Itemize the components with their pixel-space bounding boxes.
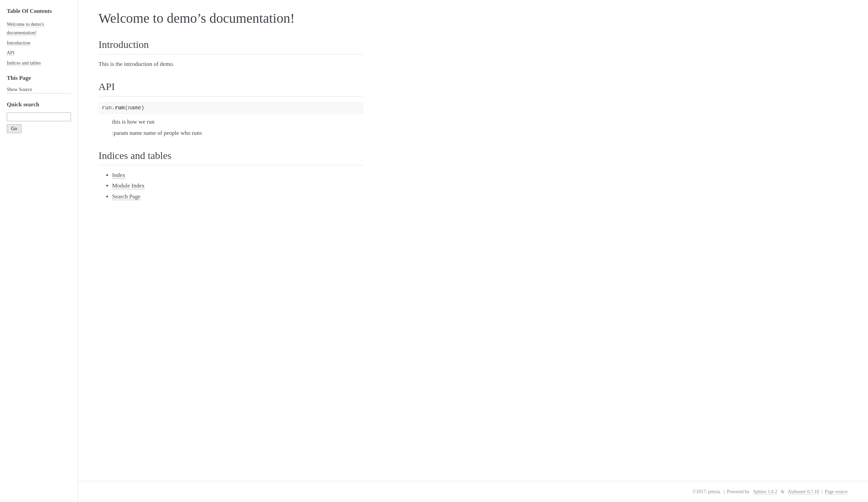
indices-item-search: Search Page (112, 192, 363, 201)
api-param-name: name (128, 105, 141, 111)
toc-item-indices: Indices and tables (7, 59, 71, 67)
indices-link-search[interactable]: Search Page (112, 193, 141, 200)
toc-item-introduction: Introduction (7, 38, 71, 47)
quick-search-title: Quick search (7, 100, 71, 109)
introduction-text: This is the introduction of demo. (99, 60, 363, 69)
this-page-title: This Page (7, 74, 71, 83)
api-signature: run.run(name) (99, 102, 363, 114)
toc-item-welcome: Welcome to demo's documentation! (7, 20, 71, 37)
toc-link-api[interactable]: API (7, 50, 14, 56)
indices-item-index: Index (112, 171, 363, 180)
api-param-text: :param name name of people who runs (99, 129, 363, 137)
indices-link-index[interactable]: Index (112, 172, 125, 179)
indices-section: Indices and tables Index Module Index Se… (99, 148, 363, 201)
main-content: Welcome to demo’s documentation! Introdu… (78, 0, 384, 481)
footer-and: & (781, 489, 784, 494)
toc-item-api: API (7, 48, 71, 57)
footer-alabaster-link[interactable]: Alabaster 0.7.10 (788, 489, 819, 494)
footer: ©2017, preyta. | Powered by Sphinx 1.6.2… (78, 481, 868, 502)
toc-link-introduction[interactable]: Introduction (7, 40, 30, 46)
toc-link-welcome[interactable]: Welcome to demo's documentation! (7, 22, 44, 36)
indices-list: Index Module Index Search Page (99, 171, 363, 201)
toc-title: Table Of Contents (7, 7, 71, 16)
indices-item-modindex: Module Index (112, 181, 363, 190)
footer-copyright: ©2017, preyta. (693, 489, 721, 494)
introduction-section: Introduction This is the introduction of… (99, 37, 363, 69)
page-title: Welcome to demo’s documentation! (99, 10, 363, 27)
api-prefix: run. (102, 105, 115, 111)
api-heading: API (99, 79, 363, 96)
footer-page-source-link[interactable]: Page source (825, 489, 848, 494)
api-section: API run.run(name) this is how we run :pa… (99, 79, 363, 137)
sidebar: Table Of Contents Welcome to demo's docu… (0, 0, 78, 502)
toc-link-indices[interactable]: Indices and tables (7, 60, 41, 66)
footer-powered-by: Powered by (727, 489, 750, 494)
content-area: Welcome to demo’s documentation! Introdu… (78, 0, 868, 502)
api-description: this is how we run (99, 117, 363, 126)
indices-heading: Indices and tables (99, 148, 363, 165)
show-source-link[interactable]: Show Source (7, 86, 71, 93)
api-func-name: run (115, 105, 125, 111)
footer-sphinx-link[interactable]: Sphinx 1.6.2 (753, 489, 777, 494)
search-input[interactable] (7, 112, 71, 121)
introduction-heading: Introduction (99, 37, 363, 54)
indices-link-modindex[interactable]: Module Index (112, 182, 145, 189)
toc-nav: Welcome to demo's documentation! Introdu… (7, 20, 71, 67)
go-button[interactable]: Go (7, 124, 21, 133)
